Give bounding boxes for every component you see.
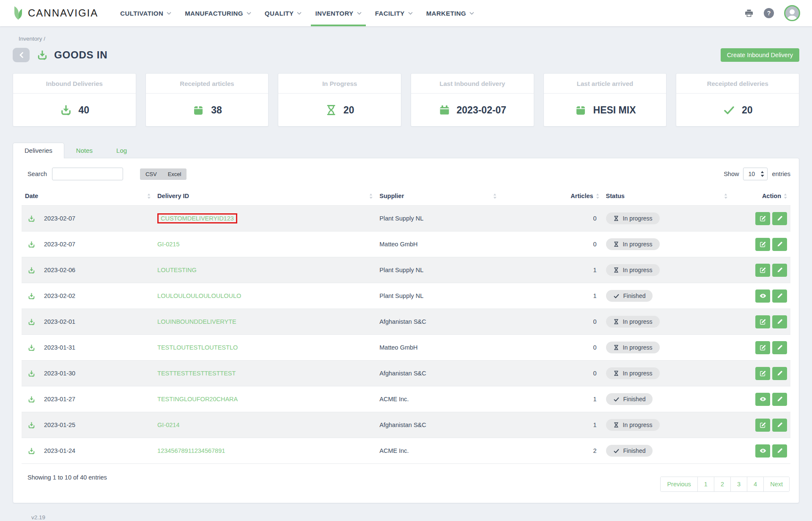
edit-pencil-button[interactable]	[772, 393, 787, 406]
nav-item-manufacturing[interactable]: MANUFACTURING	[180, 0, 256, 26]
edit-delivery-button[interactable]	[755, 238, 770, 251]
sort-icon	[493, 193, 497, 199]
tab-deliveries[interactable]: Deliveries	[13, 143, 64, 158]
app-version: v2.19	[31, 514, 799, 521]
previous-page-button[interactable]: Previous	[661, 477, 697, 491]
goods-in-icon	[27, 344, 36, 352]
stat-card-last-inbound-delivery: Last Inbound delivery 2023-02-07	[411, 73, 534, 127]
table-row: 2023-02-07CUSTOMDELIVERYID123Plant Suppl…	[22, 206, 790, 232]
column-header-articles[interactable]: Articles	[500, 187, 602, 206]
goods-in-icon	[27, 421, 36, 429]
page-size-select[interactable]: 10	[743, 168, 768, 180]
status-badge: In progress	[606, 342, 660, 353]
edit-pencil-button[interactable]	[772, 315, 787, 328]
next-page-button[interactable]: Next	[763, 477, 789, 491]
view-delivery-button[interactable]	[755, 289, 770, 303]
delivery-id-link[interactable]: TESTLOUTESTLOUTESTLO	[157, 344, 238, 351]
delivery-id-link[interactable]: 12345678911234567891	[157, 447, 225, 454]
eye-icon	[759, 292, 767, 300]
csv-export-button[interactable]: CSV	[140, 168, 162, 180]
delivery-id-link[interactable]: TESTTESTTESTTESTTEST	[157, 370, 236, 377]
search-input[interactable]	[52, 168, 123, 180]
edit-pencil-button[interactable]	[772, 367, 787, 380]
edit-delivery-button[interactable]	[755, 419, 770, 432]
back-button[interactable]	[13, 48, 30, 62]
edit-delivery-button[interactable]	[755, 264, 770, 277]
sort-icon	[596, 193, 599, 199]
column-header-date[interactable]: Date	[22, 187, 154, 206]
edit-pencil-button[interactable]	[772, 444, 787, 458]
delivery-id-link[interactable]: LOUINBOUNDDELIVERYTE	[157, 318, 236, 325]
view-delivery-button[interactable]	[755, 393, 770, 406]
supplier-name: Matteo GmbH	[379, 241, 417, 248]
table-row: 2023-01-31TESTLOUTESTLOUTESTLOMatteo Gmb…	[22, 335, 790, 361]
breadcrumb[interactable]: Inventory /	[19, 36, 799, 42]
sort-icon	[784, 193, 787, 199]
articles-count: 2	[593, 447, 596, 454]
stat-card-in-progress: In Progress 20	[278, 73, 401, 127]
delivery-id-link[interactable]: TESTINGLOUFOR20CHARA	[157, 396, 238, 402]
delivery-id-link[interactable]: GI-0214	[157, 422, 179, 428]
nav-item-inventory[interactable]: INVENTORY	[310, 0, 366, 26]
supplier-name: Afghanistan S&C	[379, 370, 426, 377]
edit-delivery-button[interactable]	[755, 367, 770, 380]
view-delivery-button[interactable]	[755, 444, 770, 458]
goods-in-icon	[27, 292, 36, 300]
supplier-name: Afghanistan S&C	[379, 422, 426, 428]
status-badge: In progress	[606, 238, 660, 250]
articles-count: 0	[593, 215, 596, 222]
edit-pencil-button[interactable]	[772, 238, 787, 251]
edit-pencil-button[interactable]	[772, 212, 787, 225]
page-2-button[interactable]: 2	[714, 477, 730, 491]
column-header-action[interactable]: Action	[731, 187, 790, 206]
edit-delivery-button[interactable]	[755, 212, 770, 225]
edit-pencil-button[interactable]	[772, 289, 787, 303]
delivery-date: 2023-02-07	[44, 215, 75, 222]
delivery-date: 2023-02-07	[44, 241, 75, 248]
nav-item-facility[interactable]: FACILITY	[370, 0, 418, 26]
stat-value: 38	[211, 105, 222, 116]
brand-logo[interactable]: CANNAVIGIA	[12, 0, 98, 26]
column-header-supplier[interactable]: Supplier	[376, 187, 500, 206]
create-inbound-delivery-button[interactable]: Create Inbound Delivery	[721, 48, 799, 62]
edit-pencil-button[interactable]	[772, 264, 787, 277]
page-3-button[interactable]: 3	[730, 477, 747, 491]
edit-delivery-button[interactable]	[755, 315, 770, 328]
print-button[interactable]	[744, 8, 754, 18]
edit-pencil-button[interactable]	[772, 419, 787, 432]
pencil-icon	[776, 215, 783, 222]
nav-item-cultivation[interactable]: CULTIVATION	[115, 0, 176, 26]
printer-icon	[744, 8, 754, 18]
nav-item-marketing[interactable]: MARKETING	[421, 0, 479, 26]
edit-delivery-button[interactable]	[755, 341, 770, 354]
delivery-id-link[interactable]: LOUTESTING	[157, 267, 197, 273]
calendar-icon	[439, 104, 450, 116]
tab-log[interactable]: Log	[104, 143, 139, 158]
help-button[interactable]: ?	[764, 8, 774, 18]
delivery-id-link[interactable]: LOULOULOULOULOULOULO	[157, 292, 241, 299]
nav-item-quality[interactable]: QUALITY	[260, 0, 307, 26]
deliveries-table: Date Delivery ID Supplier Articles Statu…	[22, 187, 790, 464]
entries-label: entries	[772, 171, 790, 177]
articles-count: 1	[593, 396, 596, 402]
page-1-button[interactable]: 1	[697, 477, 714, 491]
status-badge: Finished	[606, 393, 653, 405]
hourglass-icon	[613, 422, 619, 428]
stat-value: 20	[343, 105, 354, 116]
user-menu-button[interactable]	[784, 5, 800, 21]
delivery-id-link-highlighted[interactable]: CUSTOMDELIVERYID123	[157, 213, 237, 223]
edit-square-icon	[759, 344, 766, 351]
check-icon	[613, 448, 620, 454]
show-label: Show	[724, 171, 739, 177]
excel-export-button[interactable]: Excel	[162, 168, 187, 180]
table-row: 2023-02-06LOUTESTINGPlant Supply NL1In p…	[22, 257, 790, 283]
edit-square-icon	[759, 215, 766, 222]
status-badge: In progress	[606, 367, 660, 379]
deliveries-table-body: 2023-02-07CUSTOMDELIVERYID123Plant Suppl…	[22, 206, 790, 464]
edit-pencil-button[interactable]	[772, 341, 787, 354]
column-header-status[interactable]: Status	[603, 187, 731, 206]
column-header-delivery-id[interactable]: Delivery ID	[154, 187, 376, 206]
delivery-id-link[interactable]: GI-0215	[157, 241, 179, 248]
page-4-button[interactable]: 4	[747, 477, 763, 491]
tab-notes[interactable]: Notes	[64, 143, 104, 158]
